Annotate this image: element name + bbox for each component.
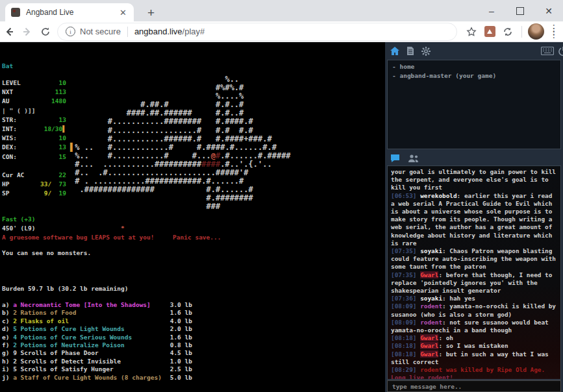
panel-toolbar [385, 42, 563, 60]
chat-message-7: [08:18] Gwarl: oh [391, 334, 557, 342]
file-icon[interactable] [407, 46, 414, 56]
security-chip[interactable]: i Not secure [66, 27, 121, 36]
server-list: - home- angband-master (your game) [387, 60, 561, 149]
chat-message-9: [08:18] Gwarl: but in such a way that I … [391, 350, 557, 366]
chat-message-2: [07:35] soyaki: Chaos Patron weapon blas… [391, 247, 557, 271]
angband-favicon [11, 8, 20, 17]
inventory-item-a: a) a Necromantic Tome [Into the Shadows]… [2, 301, 192, 309]
sync-icon[interactable] [499, 23, 517, 41]
keyboard-icon[interactable] [541, 47, 554, 55]
dungeon-map: %.. #%#%.# %....% #.##.# #.#..# ####.##.… [70, 75, 291, 212]
url-path: /play# [182, 27, 205, 36]
url-host: angband.live [134, 27, 182, 36]
profile-avatar[interactable] [527, 23, 545, 41]
window-close-button[interactable]: ✕ [534, 0, 563, 21]
reload-button[interactable] [36, 23, 55, 41]
browser-window: { "colors": { "accent_blue": "#3f9be0", … [0, 0, 563, 392]
home-icon[interactable] [390, 46, 400, 56]
character-name: Bat [2, 62, 13, 70]
chat-toolbar [385, 149, 563, 167]
info-icon: i [66, 27, 75, 36]
status-line-1: 450' (L9) * [2, 225, 125, 232]
chat-log[interactable]: your goal is ultimately to gain power to… [387, 165, 561, 380]
inventory-item-i: i) 5 Scrolls of Satisfy Hunger2.5 lb [2, 365, 192, 373]
chat-input[interactable] [387, 380, 561, 392]
address-bar[interactable]: i Not secure angband.live/play# [57, 23, 457, 41]
inventory-item-g: g) 9 Scrolls of Phase Door4.5 lb [2, 349, 192, 357]
status-line-3: You can see no monsters. [2, 249, 91, 257]
inventory-item-j: j) a Staff of Cure Light Wounds (8 charg… [2, 374, 192, 382]
new-tab-button[interactable]: + [144, 5, 158, 21]
status-line-0: Fast (+3) [2, 215, 35, 223]
chat-bubble-icon[interactable] [390, 153, 401, 164]
back-button[interactable] [0, 23, 18, 41]
burden-line: Burden 59.7 lb (30.2 lb remaining) [2, 285, 128, 293]
adobe-extension-icon[interactable] [481, 23, 499, 41]
tab-strip: Angband Live ✕ + – ✕ [0, 0, 563, 21]
window-minimize-button[interactable]: – [477, 0, 506, 21]
users-icon[interactable] [407, 154, 420, 163]
window-maximize-button[interactable] [506, 0, 534, 21]
security-label: Not secure [80, 27, 121, 36]
chat-message-5: [08:09] rodent: yamata-no-orochi is kill… [391, 302, 557, 318]
browser-menu-icon[interactable]: ⋮⋮⋮ [545, 23, 563, 41]
tab-title: Angband Live [26, 8, 118, 17]
inventory-item-c: c) 2 Flasks of oil4.0 lb [2, 317, 192, 325]
inventory-item-e: e) 4 Potions of Cure Serious Wounds1.6 l… [2, 334, 192, 341]
forward-button[interactable] [18, 23, 36, 41]
chat-message-4: [07:36] soyaki: hah yes [391, 295, 557, 302]
inventory-item-h: h) 2 Scrolls of Detect Invisible1.0 lb [2, 358, 192, 365]
chat-message-0: your goal is ultimately to gain power to… [391, 168, 557, 192]
side-panel: - home- angband-master (your game) your … [385, 42, 563, 392]
chat-message-3: [07:35] Gwarl: before that though, I nee… [391, 271, 557, 295]
chat-message-8: [08:18] Gwarl: so I was mistaken [391, 342, 557, 350]
bookmark-star-icon[interactable] [462, 23, 481, 41]
browser-toolbar: i Not secure angband.live/play# ⋮⋮⋮ [0, 21, 563, 42]
inventory-item-f: f) 2 Potions of Neutralize Poison0.8 lb [2, 341, 192, 349]
inventory-item-d: d) 5 Potions of Cure Light Wounds2.0 lb [2, 325, 192, 333]
server-item-0[interactable]: - home [388, 62, 560, 71]
chat-message-1: [06:53] werekobold: earlier this year i … [391, 192, 557, 247]
chat-message-11: Long live rodent! [391, 374, 557, 380]
inventory-item-b: b) 2 Rations of Food1.6 lb [2, 309, 192, 317]
status-line-2: A gruesome software bug LEAPS out at you… [2, 234, 221, 241]
tab-close-icon[interactable]: ✕ [118, 7, 128, 18]
server-item-1[interactable]: - angband-master (your game) [388, 71, 560, 80]
power-icon[interactable] [558, 46, 563, 56]
chat-message-6: [08:09] rodent: not sure susanoo would b… [391, 319, 557, 334]
chat-message-10: [08:29] rodent was killed by Ripe Old Ag… [391, 366, 557, 374]
browser-tab[interactable]: Angband Live ✕ [5, 3, 134, 21]
gear-icon[interactable] [421, 46, 431, 56]
